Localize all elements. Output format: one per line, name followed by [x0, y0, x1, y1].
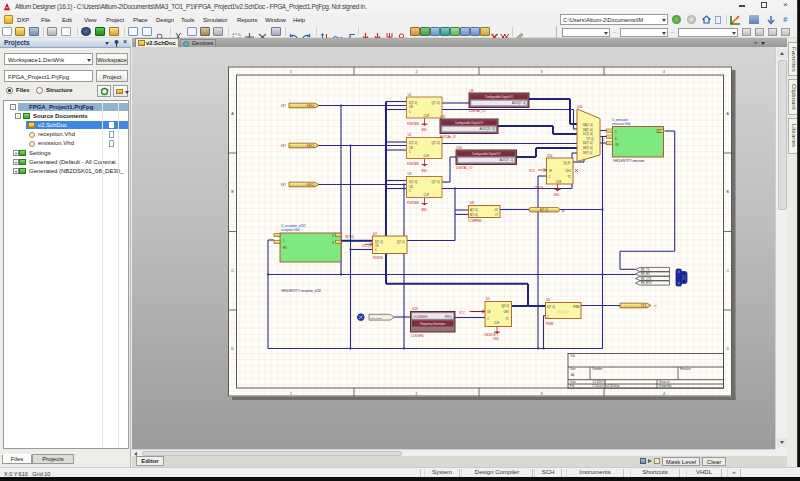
svg-text:U10: U10 [457, 146, 463, 150]
svg-text:KEY: KEY [281, 104, 286, 108]
svg-text:CE: CE [409, 146, 413, 150]
svg-text:C: C [283, 239, 285, 243]
svg-text:2: 2 [416, 70, 418, 74]
svg-text:CLR: CLR [556, 180, 561, 184]
svg-text:Size: Size [570, 367, 576, 371]
svg-text:CE: CE [487, 310, 491, 314]
svg-text:Q[7..0]: Q[7..0] [397, 240, 405, 244]
svg-text:D[7..0]: D[7..0] [409, 101, 417, 105]
svg-text:D[7..0]: D[7..0] [409, 180, 417, 184]
svg-text:DCM48MHZ: DCM48MHZ [414, 315, 429, 319]
svg-text:CE: CE [409, 105, 413, 109]
svg-text:KEY: KEY [281, 144, 286, 148]
svg-text:GND: GND [421, 128, 427, 132]
svg-text:COMPM8: COMPM8 [468, 219, 481, 223]
svg-text:CE: CE [375, 244, 379, 248]
svg-text:U9: U9 [470, 89, 474, 93]
svg-text:A4: A4 [571, 373, 575, 377]
svg-text:AUX1[7..0]: AUX1[7..0] [512, 101, 526, 105]
svg-text:3: 3 [541, 392, 543, 396]
svg-text:TX1: TX1 [641, 304, 647, 308]
svg-text:KEY: KEY [281, 183, 286, 187]
svg-text:D[7..0]: D[7..0] [409, 141, 417, 145]
svg-text:U3: U3 [408, 172, 412, 176]
svg-text:GND: GND [554, 193, 560, 197]
svg-text:CLR: CLR [424, 193, 429, 197]
svg-text:Q[7..0]: Q[7..0] [431, 101, 439, 105]
svg-text:AUX2[7..0]: AUX2[7..0] [499, 158, 513, 162]
svg-text:LT: LT [495, 213, 498, 217]
svg-text:CLR: CLR [494, 321, 499, 325]
svg-text:E: E [332, 241, 334, 245]
svg-text:FREQ: FREQ [445, 315, 452, 319]
svg-text:E[7..0]: E[7..0] [346, 235, 354, 239]
svg-text:4: 4 [663, 70, 665, 74]
svg-text:DB[7..0]: DB[7..0] [583, 128, 593, 132]
svg-text:TC: TC [506, 317, 510, 321]
svg-text:4: 4 [663, 392, 665, 396]
svg-text:C: C [409, 150, 411, 154]
svg-text:D: D [615, 137, 617, 141]
svg-text:A[7..0]: A[7..0] [470, 208, 478, 212]
svg-text:A#: A# [562, 209, 566, 213]
svg-text:AUX1Ax_IO: AUX1Ax_IO [440, 135, 457, 139]
svg-text:U2: U2 [408, 133, 412, 137]
svg-text:Q[3..0]: Q[3..0] [501, 304, 509, 308]
svg-text:PWM: PWM [558, 310, 569, 315]
svg-text:U7: U7 [373, 232, 377, 236]
svg-text:RS_RX: RS_RX [641, 272, 650, 276]
svg-text:VCC: VCC [459, 311, 465, 315]
svg-text:CE: CE [409, 185, 413, 189]
svg-text:U8: U8 [470, 201, 474, 205]
svg-text:PWM: PWM [573, 305, 579, 309]
svg-text:TC: TC [568, 175, 572, 179]
svg-text:CLK_50M: CLK_50M [371, 317, 382, 320]
svg-text:1: 1 [290, 392, 292, 396]
svg-text:C: C [409, 110, 411, 114]
svg-text:VHDLENTITY reception_x232: VHDLENTITY reception_x232 [281, 289, 321, 293]
svg-text:U16: U16 [577, 105, 583, 109]
svg-text:C: C [375, 248, 377, 252]
svg-text:FD8CEB: FD8CEB [407, 122, 419, 126]
svg-text:3: 3 [541, 70, 543, 74]
svg-text:A[7..0]: A[7..0] [540, 208, 548, 212]
svg-text:Revision: Revision [680, 367, 691, 371]
svg-text:CLR: CLR [424, 154, 429, 158]
svg-text:D[7..0]: D[7..0] [375, 240, 383, 244]
svg-text:RS_TX: RS_TX [641, 268, 650, 272]
svg-text:RS_CTS: RS_CTS [641, 277, 652, 281]
svg-text:KEY0: KEY0 [307, 104, 315, 108]
svg-text:DIGITAL_IO: DIGITAL_IO [456, 166, 473, 170]
svg-text:DC[7..0]: DC[7..0] [583, 132, 593, 136]
svg-text:DD[7..0]: DD[7..0] [583, 141, 593, 145]
svg-text:C:\Users\..\v2.SchDoc: C:\Users\..\v2.SchDoc [593, 384, 621, 388]
svg-text:1: 1 [290, 70, 292, 74]
svg-text:2: 2 [416, 392, 418, 396]
svg-text:U11: U11 [441, 115, 447, 119]
svg-text:KEY2: KEY2 [307, 183, 315, 187]
svg-text:FD8CEB: FD8CEB [407, 162, 419, 166]
svg-text:Q3_N: Q3_N [563, 161, 570, 165]
svg-text:Q[7..0]: Q[7..0] [431, 141, 439, 145]
svg-text:Configurable Digital IO: Configurable Digital IO [485, 95, 514, 99]
svg-text:GT: GT [494, 208, 498, 212]
svg-text:CLKGEN: CLKGEN [411, 334, 423, 338]
svg-text:U1: U1 [408, 93, 412, 97]
svg-text:Q[7..0]: Q[7..0] [431, 180, 439, 184]
svg-text:CLR: CLR [424, 114, 429, 118]
svg-text:Configurable Digital IO: Configurable Digital IO [472, 152, 501, 156]
svg-text:GND: GND [493, 337, 499, 341]
svg-text:U13: U13 [412, 307, 418, 311]
svg-text:B[7..0]: B[7..0] [470, 213, 478, 217]
svg-text:D[7..0]: D[7..0] [547, 305, 555, 309]
svg-text:Number: Number [593, 367, 603, 371]
svg-text:DA[7..0]: DA[7..0] [583, 123, 593, 127]
svg-text:DIGITAL_IO: DIGITAL_IO [469, 109, 486, 113]
svg-text:RX: RX [283, 246, 287, 250]
svg-text:CEO: CEO [565, 169, 571, 173]
svg-text:Configurable Digital IO: Configurable Digital IO [455, 121, 484, 125]
svg-text:File: File [570, 384, 575, 388]
svg-text:AUX1[15..8]: AUX1[15..8] [479, 127, 494, 131]
svg-text:CE: CE [549, 169, 553, 173]
svg-text:Drawn By:: Drawn By: [659, 384, 672, 388]
